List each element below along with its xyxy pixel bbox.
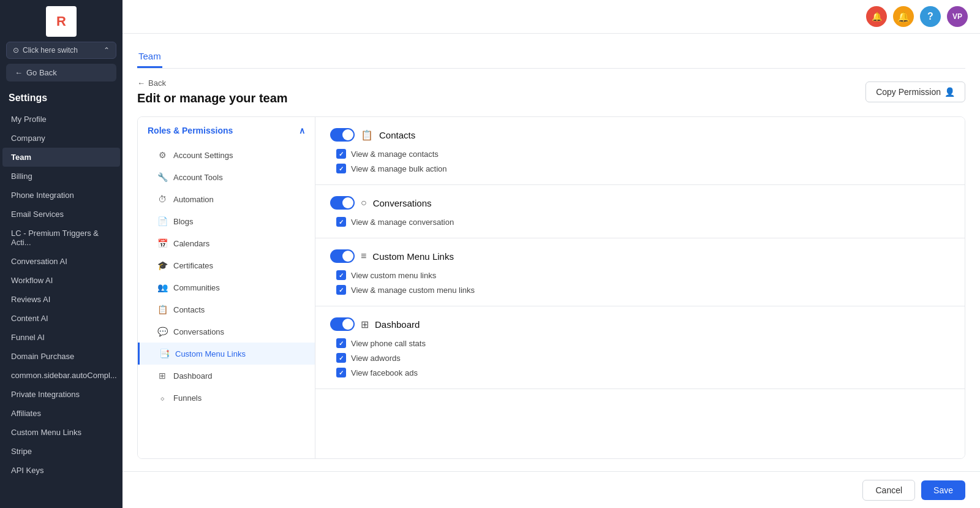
permissions-layout: Roles & Permissions ∧ ⚙Account Settings🔧…: [137, 116, 965, 459]
permission-section-dashboard: ⊞DashboardView phone call statsView adwo…: [315, 306, 965, 389]
tab-bar: Team: [137, 46, 965, 69]
switch-icon: ⊙: [13, 46, 19, 55]
sidebar-item-lc---premium-triggers--acti[interactable]: LC - Premium Triggers & Acti...: [2, 224, 120, 252]
help-icon[interactable]: ?: [920, 6, 941, 27]
back-label: Back: [148, 78, 166, 88]
left-panel-item-certificates[interactable]: 🎓Certificates: [138, 254, 315, 276]
sidebar-item-workflow-ai[interactable]: Workflow AI: [2, 271, 120, 290]
permission-item: View phone call stats: [336, 338, 950, 348]
footer: Cancel Save: [123, 471, 980, 508]
permission-checkbox[interactable]: [336, 164, 346, 173]
section-toggle[interactable]: [330, 249, 355, 263]
switch-button[interactable]: ⊙ Click here switch ⌃: [6, 42, 116, 59]
item-icon: 👥: [157, 282, 167, 292]
permission-checkbox[interactable]: [336, 149, 346, 159]
sidebar-item-custom-menu-links[interactable]: Custom Menu Links: [2, 423, 120, 442]
cancel-button[interactable]: Cancel: [862, 480, 915, 501]
sidebar-item-stripe[interactable]: Stripe: [2, 442, 120, 461]
section-icon: ⊞: [361, 319, 369, 330]
section-title: Dashboard: [375, 319, 420, 330]
permission-checkbox[interactable]: [336, 270, 346, 280]
user-avatar[interactable]: VP: [947, 6, 968, 27]
left-panel-item-dashboard[interactable]: ⊞Dashboard: [138, 365, 315, 387]
sidebar-item-api-keys[interactable]: API Keys: [2, 461, 120, 480]
sidebar-item-reviews-ai[interactable]: Reviews AI: [2, 290, 120, 309]
left-panel-item-funnels[interactable]: ⬦Funnels: [138, 387, 315, 409]
left-panel-item-conversations[interactable]: 💬Conversations: [138, 320, 315, 343]
permission-label: View & manage contacts: [351, 150, 439, 159]
page-header: ← Back Edit or manage your team Copy Per…: [137, 78, 965, 105]
sidebar-item-funnel-ai[interactable]: Funnel AI: [2, 328, 120, 347]
permission-label: View & manage bulk action: [351, 164, 447, 173]
sidebar-item-email-services[interactable]: Email Services: [2, 205, 120, 224]
sidebar-item-phone-integration[interactable]: Phone Integration: [2, 186, 120, 205]
notification-icon[interactable]: 🔔: [866, 6, 887, 27]
left-panel-item-custom-menu-links[interactable]: 📑Custom Menu Links: [138, 343, 315, 365]
item-label: Account Tools: [173, 173, 223, 182]
sidebar: R ⊙ Click here switch ⌃ ← Go Back Settin…: [0, 0, 123, 508]
settings-title: Settings: [0, 88, 123, 110]
sidebar-item-private-integrations[interactable]: Private Integrations: [2, 385, 120, 404]
section-header: 📋Contacts: [330, 128, 950, 142]
permission-checkbox[interactable]: [336, 368, 346, 377]
permission-checkbox[interactable]: [336, 353, 346, 363]
item-icon: 📑: [159, 349, 169, 358]
topbar: 🔔 🔔 ? VP: [123, 0, 980, 34]
sidebar-item-domain-purchase[interactable]: Domain Purchase: [2, 347, 120, 366]
item-icon: ⬦: [157, 393, 167, 403]
sidebar-item-commonsidebarautocompl[interactable]: common.sidebar.autoCompl...: [2, 366, 120, 385]
permission-label: View adwords: [351, 354, 401, 363]
content-area: Team ← Back Edit or manage your team Cop…: [123, 34, 980, 471]
section-title: Custom Menu Links: [372, 251, 454, 262]
right-panel: 📋ContactsView & manage contactsView & ma…: [315, 117, 965, 458]
copy-permission-button[interactable]: Copy Permission 👤: [865, 82, 965, 102]
section-toggle[interactable]: [330, 196, 355, 210]
permission-checkbox[interactable]: [336, 338, 346, 348]
item-label: Automation: [173, 195, 214, 204]
back-link[interactable]: ← Back: [137, 78, 288, 88]
chevron-up-icon: ∧: [299, 126, 305, 135]
left-panel-item-account-tools[interactable]: 🔧Account Tools: [138, 166, 315, 188]
sidebar-item-company[interactable]: Company: [2, 129, 120, 148]
copy-icon: 👤: [944, 87, 955, 97]
switch-label: Click here switch: [23, 46, 78, 55]
left-panel-item-blogs[interactable]: 📄Blogs: [138, 210, 315, 232]
item-label: Account Settings: [173, 151, 233, 160]
roles-permissions-label: Roles & Permissions: [148, 126, 233, 135]
alert-icon[interactable]: 🔔: [893, 6, 914, 27]
item-label: Certificates: [173, 261, 213, 270]
left-panel: Roles & Permissions ∧ ⚙Account Settings🔧…: [138, 117, 315, 458]
permission-checkbox[interactable]: [336, 217, 346, 227]
section-header: ○Conversations: [330, 196, 950, 210]
sidebar-item-content-ai[interactable]: Content AI: [2, 309, 120, 328]
permission-item: View & manage conversation: [336, 217, 950, 227]
sidebar-item-team[interactable]: Team: [2, 148, 120, 167]
arrow-left-icon: ←: [15, 68, 23, 77]
permission-section-custom-menu-links: ≡Custom Menu LinksView custom menu links…: [315, 238, 965, 306]
back-arrow-icon: ←: [137, 78, 145, 88]
sidebar-item-billing[interactable]: Billing: [2, 167, 120, 186]
item-label: Blogs: [173, 217, 194, 226]
section-toggle[interactable]: [330, 128, 355, 142]
roles-permissions-header[interactable]: Roles & Permissions ∧: [138, 117, 315, 144]
copy-permission-label: Copy Permission: [876, 87, 941, 97]
permission-checkbox[interactable]: [336, 285, 346, 295]
left-panel-item-communities[interactable]: 👥Communities: [138, 276, 315, 298]
left-panel-item-contacts[interactable]: 📋Contacts: [138, 298, 315, 320]
save-button[interactable]: Save: [921, 480, 965, 500]
left-panel-item-automation[interactable]: ⏱Automation: [138, 188, 315, 210]
tab-team[interactable]: Team: [137, 46, 162, 68]
left-panel-item-account-settings[interactable]: ⚙Account Settings: [138, 144, 315, 166]
item-label: Contacts: [173, 305, 205, 314]
permission-item: View facebook ads: [336, 368, 950, 377]
permission-label: View facebook ads: [351, 368, 418, 377]
permission-item: View custom menu links: [336, 270, 950, 280]
sidebar-item-affiliates[interactable]: Affiliates: [2, 404, 120, 423]
sidebar-item-my-profile[interactable]: My Profile: [2, 110, 120, 129]
left-panel-item-calendars[interactable]: 📅Calendars: [138, 232, 315, 254]
section-toggle[interactable]: [330, 317, 355, 331]
item-icon: 📅: [157, 238, 167, 248]
item-label: Calendars: [173, 239, 209, 248]
go-back-button[interactable]: ← Go Back: [6, 64, 116, 82]
sidebar-item-conversation-ai[interactable]: Conversation AI: [2, 252, 120, 271]
